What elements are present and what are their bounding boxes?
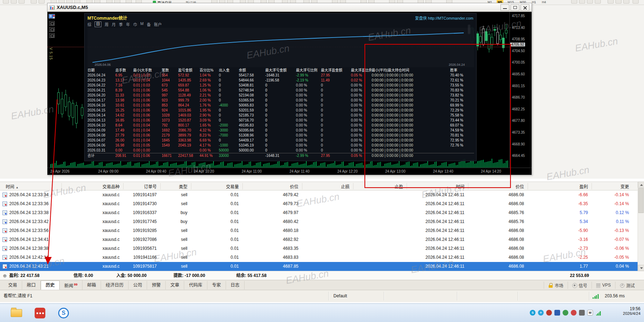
- toolbox-tab-代码库[interactable]: 代码库: [184, 281, 207, 289]
- red-dot-tray-icon[interactable]: [571, 310, 577, 316]
- vertical-scrollbar[interactable]: [638, 182, 644, 271]
- toolbar-icon[interactable]: [615, 0, 622, 4]
- mtc-tab-M[interactable]: M: [140, 21, 144, 27]
- minimize-button[interactable]: [500, 4, 509, 11]
- mtc-tab-巾[interactable]: 巾: [133, 21, 137, 27]
- mtc-panel-header: MTCommander统计 复盘侠 http://MTCommander.com: [85, 14, 476, 21]
- metatrader-tray-icon[interactable]: M: [587, 310, 593, 316]
- toolbox-tab-日志[interactable]: 日志: [226, 281, 245, 289]
- order-icon: [2, 219, 7, 224]
- mtc-tab-备[interactable]: 备: [147, 21, 151, 27]
- connection-latency[interactable]: 203.56 ms: [605, 290, 625, 302]
- history-cell-change: -0.06 %: [593, 244, 629, 253]
- mtc-tab-月[interactable]: 月: [112, 21, 116, 27]
- toolbar-icon[interactable]: [39, 0, 45, 4]
- red-circle-tray-icon[interactable]: [546, 310, 552, 316]
- toolbar-icon[interactable]: [571, 0, 577, 4]
- red-dots-app-icon[interactable]: [33, 307, 47, 319]
- green-shield-tray-icon[interactable]: [563, 310, 568, 316]
- history-row[interactable]: 2026.04.24 12:43:21xauusd.c1091975817sel…: [0, 262, 638, 271]
- camera-icon[interactable]: [49, 21, 55, 26]
- keyboard-tray-icon[interactable]: [579, 310, 585, 316]
- s-app-icon[interactable]: S: [56, 307, 71, 319]
- help-icon[interactable]: [49, 27, 55, 32]
- scroll-down-button[interactable]: [638, 265, 644, 271]
- history-header-type[interactable]: 类型: [162, 183, 187, 189]
- toolbar-icon[interactable]: [608, 0, 614, 4]
- toolbox-tab-敞口[interactable]: 敞口: [22, 281, 41, 289]
- toolbar-icon[interactable]: [579, 0, 585, 4]
- toolbox-tab-邮箱[interactable]: 邮箱: [82, 281, 101, 289]
- network-tray-icon[interactable]: [595, 310, 601, 316]
- close-panel-icon[interactable]: [49, 33, 55, 38]
- toolbox-tab-新闻[interactable]: 新闻99: [60, 280, 82, 290]
- mtc-tab-综[interactable]: 综: [87, 21, 91, 27]
- history-row[interactable]: 2026.04.24 12:33:36xauusd.c1091914730sel…: [0, 199, 638, 208]
- history-row[interactable]: 2026.04.24 12:33:56xauusd.c1091919285sel…: [0, 226, 638, 235]
- mtc-cell: 胜率: [450, 68, 474, 73]
- time-axis[interactable]: 24 Apr 202624 Apr 09:0024 Apr 09:4024 Ap…: [47, 168, 532, 175]
- history-row[interactable]: 2026.04.24 12:33:34xauusd.c1091914197sel…: [0, 190, 638, 199]
- history-header-order[interactable]: 订单号: [125, 183, 157, 189]
- history-header-sl[interactable]: 止损: [303, 183, 349, 189]
- history-row[interactable]: 2026.04.24 12:38:38xauusd.c1091935671sel…: [0, 244, 638, 253]
- history-header-volume[interactable]: 交易量: [192, 183, 239, 189]
- skype-tray-icon[interactable]: S: [530, 310, 535, 316]
- price-axis[interactable]: 4717.854713.404708.954704.504700.054695.…: [509, 12, 532, 168]
- toolbar-icon[interactable]: [31, 0, 37, 4]
- restore-button[interactable]: [510, 4, 519, 11]
- toolbox-tab-预警[interactable]: 预警: [147, 281, 166, 289]
- toolbox-tab-经济日历[interactable]: 经济日历: [101, 281, 129, 289]
- mtc-tab-周[interactable]: 周: [105, 21, 109, 27]
- side-status-test[interactable]: 测试: [615, 282, 639, 289]
- toolbar-icon[interactable]: [595, 0, 601, 4]
- toolbox-tab-历史[interactable]: 历史: [41, 281, 60, 290]
- history-header-change[interactable]: 变更: [593, 183, 629, 189]
- toolbar-icon[interactable]: [587, 0, 593, 4]
- side-status-vps[interactable]: VPS: [592, 282, 615, 289]
- blue-square-tray-icon[interactable]: [554, 310, 560, 316]
- history-row[interactable]: 2026.04.24 12:33:38xauusd.c1091916337buy…: [0, 208, 638, 217]
- history-header-close_time[interactable]: 时间: [408, 183, 464, 189]
- mtc-tab-年[interactable]: 年: [126, 21, 130, 27]
- taskbar-clock[interactable]: 19:56 2026/4/24: [623, 306, 640, 316]
- toolbar-icon[interactable]: [19, 0, 25, 4]
- close-button[interactable]: [520, 4, 529, 11]
- history-header-open_price[interactable]: 价位: [244, 183, 298, 189]
- mtc-brand-link[interactable]: 复盘侠 http://MTCommander.com: [415, 15, 473, 21]
- history-table-header[interactable]: 时间▲交易品种订单号类型交易量价位止损止盈时间价位盈利变更: [0, 182, 638, 190]
- mtc-cell: -1196.58: [265, 78, 296, 83]
- history-header-tp[interactable]: 止盈: [354, 183, 403, 189]
- scroll-up-button[interactable]: [638, 182, 644, 188]
- chart-area[interactable]: V 5.15 4717.854713.404708.954704.504700.…: [47, 12, 532, 175]
- chart-titlebar[interactable]: XAUUSD.c,M5: [47, 3, 532, 12]
- history-cell-volume: 0.01: [192, 208, 239, 217]
- scrollbar-thumb[interactable]: [638, 188, 644, 213]
- mtc-tab-账户[interactable]: 账户: [154, 21, 162, 27]
- folder-app-icon[interactable]: [9, 307, 24, 319]
- telegram-tray-icon[interactable]: ✈: [538, 310, 544, 316]
- history-row[interactable]: 2026.04.24 12:33:42xauusd.c1091917745buy…: [0, 217, 638, 226]
- timeframe-h4[interactable]: H4: [541, 0, 547, 5]
- toolbox-tab-公司[interactable]: 公司: [129, 281, 147, 289]
- toolbox-tab-文章[interactable]: 文章: [166, 281, 184, 289]
- mtc-tab-日[interactable]: 日: [95, 21, 101, 27]
- history-header-close_price[interactable]: 价位: [469, 183, 524, 189]
- toolbox-tab-交易[interactable]: 交易: [4, 281, 22, 289]
- toolbar-icon[interactable]: [3, 0, 9, 4]
- mtc-tab-季[interactable]: 季: [119, 21, 123, 27]
- symbol-watchlist-icon[interactable]: [49, 14, 55, 19]
- toolbox-tab-专家[interactable]: 专家: [207, 281, 226, 289]
- history-header-profit[interactable]: 盈利: [529, 183, 588, 189]
- profile-name[interactable]: Default: [333, 290, 347, 302]
- toolbar-icon[interactable]: [11, 0, 17, 4]
- history-row[interactable]: 2026.04.24 12:42:14xauusd.c1091941166sel…: [0, 253, 638, 262]
- history-header-symbol[interactable]: 交易品种: [63, 183, 120, 189]
- history-row[interactable]: 2026.04.24 12:34:41xauusd.c1091927086sel…: [0, 235, 638, 244]
- toolbar-icon[interactable]: [623, 0, 629, 4]
- toolbar-icon[interactable]: [633, 0, 639, 4]
- mtc-cell: 33000: [219, 153, 239, 158]
- side-status-signal[interactable]: 信号: [568, 282, 592, 289]
- side-status-lock[interactable]: 市场: [544, 282, 568, 289]
- history-header-open_time[interactable]: 时间▲: [6, 183, 19, 189]
